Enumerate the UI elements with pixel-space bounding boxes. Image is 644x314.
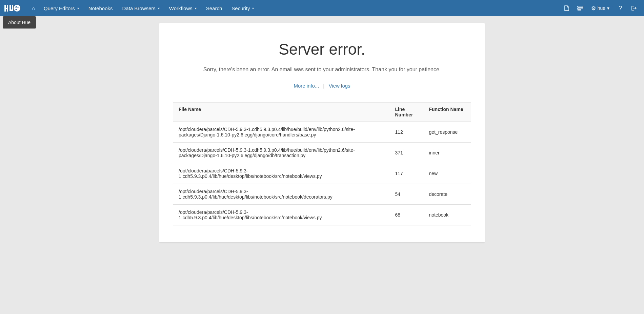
chevron-down-icon: ▾: [77, 6, 79, 10]
nav-search-label: Search: [206, 5, 222, 11]
nav-right: ⚙ hue ▾ ?: [561, 0, 640, 16]
error-subtitle: Sorry, there's been an error. An email w…: [173, 67, 471, 73]
table-row: /opt/cloudera/parcels/CDH-5.9.3-1.cdh5.9…: [173, 122, 471, 143]
svg-rect-5: [12, 5, 13, 10]
svg-rect-11: [578, 6, 583, 7]
chevron-down-icon-4: ▾: [252, 6, 254, 10]
col-header-file: File Name: [173, 103, 390, 122]
error-table: File Name LineNumber Function Name /opt/…: [173, 102, 471, 225]
svg-rect-3: [9, 5, 11, 10]
error-title: Server error.: [173, 40, 471, 58]
chevron-down-icon-2: ▾: [158, 6, 160, 10]
cell-line-4: 68: [390, 205, 424, 225]
svg-rect-12: [578, 8, 583, 9]
more-info-link[interactable]: More info...: [294, 83, 319, 89]
nav-workflows[interactable]: Workflows ▾: [164, 0, 201, 16]
cell-file-3: /opt/cloudera/parcels/CDH-5.9.3-1.cdh5.9…: [173, 184, 390, 205]
table-row: /opt/cloudera/parcels/CDH-5.9.3-1.cdh5.9…: [173, 205, 471, 225]
nav-notebooks[interactable]: Notebooks: [84, 0, 118, 16]
svg-rect-8: [15, 7, 19, 9]
nav-home[interactable]: ⌂: [28, 0, 39, 16]
gear-icon: ⚙: [591, 5, 596, 12]
nav-query-editors[interactable]: Query Editors ▾: [39, 0, 84, 16]
user-chevron-icon: ▾: [607, 5, 609, 11]
user-menu[interactable]: ⚙ hue ▾: [588, 0, 613, 16]
nav-workflows-label: Workflows: [169, 5, 193, 11]
chevron-down-icon-3: ▾: [195, 6, 197, 10]
view-logs-link[interactable]: View logs: [329, 83, 350, 89]
cell-func-2: new: [424, 163, 471, 184]
cell-file-4: /opt/cloudera/parcels/CDH-5.9.3-1.cdh5.9…: [173, 205, 390, 225]
home-icon: ⌂: [32, 5, 35, 11]
cell-line-0: 112: [390, 122, 424, 143]
cell-func-4: notebook: [424, 205, 471, 225]
cell-func-0: get_response: [424, 122, 471, 143]
col-header-line: LineNumber: [390, 103, 424, 122]
nav-data-browsers-label: Data Browsers: [122, 5, 155, 11]
error-links: More info... | View logs: [173, 83, 471, 89]
nav-security[interactable]: Security ▾: [227, 0, 259, 16]
table-row: /opt/cloudera/parcels/CDH-5.9.3-1.cdh5.9…: [173, 184, 471, 205]
cell-file-1: /opt/cloudera/parcels/CDH-5.9.3-1.cdh5.9…: [173, 143, 390, 163]
cell-line-1: 371: [390, 143, 424, 163]
nav-search[interactable]: Search: [201, 0, 227, 16]
main-nav: ⌂ Query Editors ▾ Notebooks Data Browser…: [0, 0, 644, 16]
separator: |: [323, 83, 325, 89]
nav-security-label: Security: [232, 5, 250, 11]
nav-data-browsers[interactable]: Data Browsers ▾: [117, 0, 164, 16]
cell-line-3: 54: [390, 184, 424, 205]
table-header-row: File Name LineNumber Function Name: [173, 103, 471, 122]
nav-query-editors-label: Query Editors: [44, 5, 75, 11]
new-document-icon[interactable]: [561, 2, 573, 14]
content-card: Server error. Sorry, there's been an err…: [159, 23, 485, 242]
page-wrapper: Server error. Sorry, there's been an err…: [0, 16, 644, 249]
user-label: hue: [598, 5, 605, 11]
svg-rect-4: [9, 10, 13, 11]
about-hue-tooltip: About Hue: [3, 16, 36, 29]
cell-file-2: /opt/cloudera/parcels/CDH-5.9.3-1.cdh5.9…: [173, 163, 390, 184]
cell-line-2: 117: [390, 163, 424, 184]
cell-func-1: inner: [424, 143, 471, 163]
hue-logo[interactable]: [4, 3, 22, 13]
cell-func-3: decorate: [424, 184, 471, 205]
logout-icon[interactable]: [628, 2, 640, 14]
jobs-icon[interactable]: [574, 2, 586, 14]
col-header-func: Function Name: [424, 103, 471, 122]
svg-rect-13: [578, 10, 581, 10]
svg-rect-9: [17, 6, 20, 7]
svg-rect-2: [7, 5, 8, 12]
svg-rect-10: [17, 9, 20, 10]
table-row: /opt/cloudera/parcels/CDH-5.9.3-1.cdh5.9…: [173, 163, 471, 184]
cell-file-0: /opt/cloudera/parcels/CDH-5.9.3-1.cdh5.9…: [173, 122, 390, 143]
help-icon[interactable]: ?: [614, 2, 626, 14]
nav-notebooks-label: Notebooks: [88, 5, 113, 11]
nav-items: ⌂ Query Editors ▾ Notebooks Data Browser…: [28, 0, 561, 16]
table-row: /opt/cloudera/parcels/CDH-5.9.3-1.cdh5.9…: [173, 143, 471, 163]
